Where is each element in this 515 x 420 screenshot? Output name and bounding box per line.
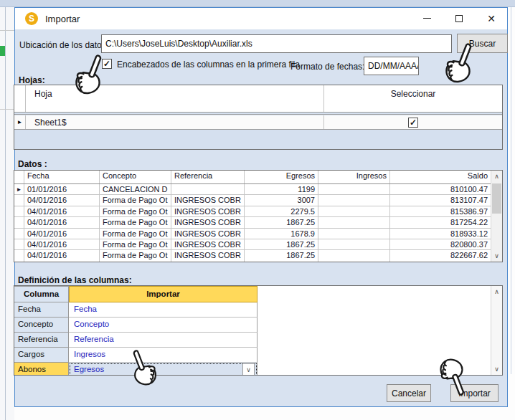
definition-source-column: Concepto — [14, 318, 69, 333]
data-column-header[interactable]: Ingresos — [318, 171, 390, 183]
data-cell: 04/01/2016 — [24, 195, 100, 205]
row-selector — [14, 206, 24, 216]
data-cell: INGRESOS COBR — [171, 206, 245, 216]
scroll-up-icon[interactable]: ∧ — [491, 286, 502, 297]
app-logo-icon: S — [25, 12, 38, 25]
row-selector — [14, 217, 24, 227]
pointing-hand-icon — [439, 43, 476, 85]
data-cell: INGRESOS COBR — [171, 217, 245, 227]
data-grid: FechaConceptoReferenciaEgresosIngresosSa… — [14, 170, 503, 262]
scroll-down-icon[interactable]: ∨ — [491, 250, 502, 262]
row-selector-arrow: ► — [14, 115, 26, 129]
definition-section-label: Definición de las columnas: — [18, 275, 132, 285]
row-selector — [14, 239, 24, 249]
row-selector — [14, 229, 24, 239]
definition-source-column: Fecha — [14, 302, 69, 318]
data-cell: 1867.25 — [245, 217, 318, 227]
definition-mapping-cell[interactable]: Egresos∨ — [69, 363, 258, 376]
definition-row[interactable]: ReferenciaReferencia — [14, 333, 258, 348]
data-cell: CANCELACION D — [100, 184, 171, 194]
column-definition-grid: Columna Importar FechaFechaConceptoConce… — [14, 285, 503, 376]
definition-row[interactable]: ConceptoConcepto — [14, 318, 258, 333]
data-cell: INGRESOS COBR — [171, 195, 245, 205]
definition-col-importar: Importar — [69, 286, 258, 302]
data-column-header[interactable]: Referencia — [171, 171, 245, 183]
header-double-line — [14, 114, 502, 115]
location-label: Ubicación de los datos: — [19, 40, 108, 50]
data-cell: 2279.5 — [245, 206, 318, 216]
data-cell: Forma de Pago Ot — [100, 195, 171, 205]
titlebar[interactable]: S Importar ✕ — [15, 8, 507, 29]
scrollbar-thumb[interactable] — [492, 183, 501, 214]
data-cell: 01/01/2016 — [24, 184, 100, 194]
definition-grid-body: FechaFechaConceptoConceptoReferenciaRefe… — [14, 302, 502, 376]
data-cell: 1199 — [245, 184, 318, 194]
data-cell: 818933.12 — [390, 229, 491, 239]
data-cell: 04/01/2016 — [24, 239, 100, 249]
definition-mapping-cell[interactable]: Ingresos — [69, 348, 258, 363]
definition-mapping-cell[interactable]: Referencia — [69, 333, 258, 348]
data-grid-header: FechaConceptoReferenciaEgresosIngresosSa… — [14, 171, 491, 184]
maximize-button[interactable] — [448, 8, 471, 29]
data-cell — [318, 239, 390, 249]
data-row[interactable]: ►01/01/2016CANCELACION D1199810100.47 — [14, 184, 491, 195]
data-column-header[interactable]: Egresos — [245, 171, 318, 183]
data-row[interactable]: 04/01/2016Forma de Pago OtINGRESOS COBR1… — [14, 250, 491, 261]
background-divider — [5, 7, 6, 420]
data-row[interactable]: 04/01/2016Forma de Pago OtINGRESOS COBR1… — [14, 217, 491, 228]
sheet-row[interactable]: ► Sheet1$ ✓ — [14, 115, 502, 130]
data-cell: INGRESOS COBR — [171, 250, 245, 261]
data-cell: 3007 — [245, 195, 318, 205]
data-cell: 04/01/2016 — [24, 217, 100, 227]
definition-row[interactable]: FechaFecha — [14, 302, 258, 318]
sheets-col-seleccionar: Seleccionar — [324, 85, 502, 112]
background-window-edge — [0, 7, 14, 420]
close-button[interactable]: ✕ — [480, 8, 503, 29]
data-row[interactable]: 04/01/2016Forma de Pago OtINGRESOS COBR1… — [14, 239, 491, 250]
data-column-header[interactable]: Concepto — [100, 171, 171, 183]
data-cell: 810100.47 — [390, 184, 491, 194]
background-divider — [0, 109, 14, 110]
data-cell: Forma de Pago Ot — [100, 239, 171, 249]
background-divider — [511, 7, 511, 374]
dropdown-arrow-icon[interactable]: ∨ — [242, 363, 255, 376]
data-cell — [171, 184, 245, 194]
headers-checkbox-label[interactable]: Encabezados de las columnas en la primer… — [117, 59, 300, 70]
definition-mapping-cell[interactable]: Concepto — [69, 318, 258, 333]
background-divider — [0, 30, 14, 31]
scroll-up-icon[interactable]: ∧ — [491, 171, 502, 182]
minimize-button[interactable] — [415, 8, 438, 29]
data-grid-scrollbar[interactable]: ∧ ∨ — [491, 171, 502, 262]
data-cell: 1867.25 — [245, 250, 318, 261]
data-column-header[interactable]: Fecha — [24, 171, 100, 183]
date-format-input[interactable]: DD/MM/AAAA — [364, 57, 419, 75]
definition-mapping-cell[interactable]: Fecha — [69, 302, 258, 318]
date-format-label: Formato de fechas: — [290, 62, 364, 72]
background-green-fragment — [0, 46, 5, 56]
sheets-selector-header — [14, 85, 26, 112]
data-cell: 04/01/2016 — [24, 250, 100, 261]
definition-source-column: Cargos — [14, 348, 69, 363]
data-column-header[interactable]: Saldo — [390, 171, 491, 183]
scroll-down-icon[interactable]: ∨ — [491, 363, 502, 375]
sheet-select-checkbox[interactable]: ✓ — [408, 118, 418, 128]
cancel-button[interactable]: Cancelar — [387, 384, 431, 402]
data-cell — [318, 195, 390, 205]
data-cell: 820800.37 — [390, 239, 491, 249]
definition-grid-scrollbar[interactable]: ∧ ∨ — [491, 286, 502, 375]
data-row[interactable]: 04/01/2016Forma de Pago OtINGRESOS COBR3… — [14, 195, 491, 206]
pointing-hand-icon — [432, 357, 471, 396]
minimize-icon — [423, 18, 431, 19]
location-input[interactable]: C:\Users\JoseLuis\Desktop\Auxiliar.xls — [101, 34, 452, 53]
data-cell: Forma de Pago Ot — [100, 206, 171, 216]
data-cell — [318, 184, 390, 194]
data-cell: INGRESOS COBR — [171, 229, 245, 239]
data-row[interactable]: 04/01/2016Forma de Pago OtINGRESOS COBR2… — [14, 206, 491, 217]
definition-grid-header: Columna Importar — [14, 286, 258, 302]
data-cell: Forma de Pago Ot — [100, 229, 171, 239]
data-section-label: Datos : — [18, 159, 47, 169]
row-selector — [14, 250, 24, 261]
sheets-section-label: Hojas: — [19, 75, 45, 85]
data-row[interactable]: 04/01/2016Forma de Pago OtINGRESOS COBR1… — [14, 229, 491, 239]
data-cell: 815386.97 — [390, 206, 491, 216]
